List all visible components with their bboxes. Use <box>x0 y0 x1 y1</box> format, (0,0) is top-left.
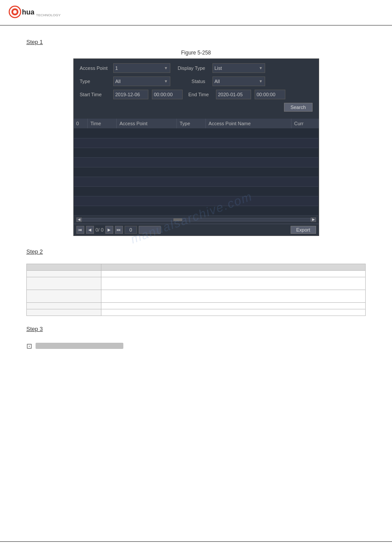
access-point-label: Access Point <box>80 65 110 71</box>
search-row: Search <box>80 103 313 117</box>
end-time-value: 00:00:00 <box>257 92 276 97</box>
end-date-input[interactable]: 2020-01-05 <box>216 90 251 99</box>
table-row <box>74 128 319 138</box>
step2-row-4 <box>27 302 366 309</box>
access-point-row: Access Point 1 ▼ Display Type List ▼ <box>80 63 313 73</box>
col-type: Type <box>177 119 206 128</box>
step2-section: Step 2 <box>26 245 366 316</box>
footer-line <box>0 541 392 542</box>
ui-panel: Access Point 1 ▼ Display Type List ▼ Typ… <box>73 58 319 236</box>
status-arrow: ▼ <box>259 79 263 83</box>
display-type-label: Display Type <box>174 65 209 71</box>
display-type-arrow: ▼ <box>259 66 263 70</box>
step2-value-2 <box>101 277 366 290</box>
table-row <box>74 167 319 177</box>
access-point-select[interactable]: 1 ▼ <box>113 63 170 73</box>
table-row <box>74 148 319 157</box>
status-label: Status <box>174 79 209 84</box>
end-date-value: 2020-01-05 <box>218 92 243 97</box>
display-type-value: List <box>215 65 222 71</box>
access-point-arrow: ▼ <box>164 66 168 70</box>
type-label: Type <box>80 79 110 84</box>
pagination-row: ⏮ ◀ 0/ 0 ▶ ⏭ Export <box>74 224 319 236</box>
step2-header-col2 <box>101 264 366 270</box>
page-info: 0/ 0 <box>96 227 104 232</box>
table-row <box>74 138 319 148</box>
export-button[interactable]: Export <box>291 226 316 234</box>
scroll-right-arrow[interactable]: ▶ <box>311 218 316 222</box>
col-access-point: Access Point <box>117 119 177 128</box>
data-table: 0 Time Access Point Type Access Point Na… <box>74 119 319 216</box>
start-date-input[interactable]: 2019-12-06 <box>113 90 148 99</box>
step3-label: Step 3 <box>26 326 43 332</box>
scroll-track[interactable] <box>82 218 311 221</box>
type-row: Type All ▼ Status All ▼ <box>80 76 313 86</box>
access-point-value: 1 <box>115 65 118 71</box>
step2-label-3 <box>27 290 101 302</box>
step2-value-5 <box>101 309 366 316</box>
step2-table <box>26 264 366 316</box>
note-content <box>36 341 123 349</box>
type-value: All <box>115 79 121 84</box>
start-time-value: 00:00:00 <box>154 92 173 97</box>
step2-label-2 <box>27 277 101 290</box>
step2-header-col1 <box>27 264 101 270</box>
scrollbar-row: ◀ ▶ <box>74 216 319 224</box>
step3-section: Step 3 ⊡ <box>26 322 366 350</box>
col-curr: Curr <box>291 119 318 128</box>
step1-label: Step 1 <box>26 39 43 45</box>
start-time-label: Start Time <box>80 92 110 97</box>
display-type-select[interactable]: List ▼ <box>212 63 265 73</box>
note-icon: ⊡ <box>26 342 32 350</box>
time-row: Start Time 2019-12-06 00:00:00 End Time … <box>80 90 313 99</box>
table-row <box>74 196 319 206</box>
step2-row-5 <box>27 309 366 316</box>
scroll-left-arrow[interactable]: ◀ <box>76 218 82 222</box>
status-select[interactable]: All ▼ <box>212 76 265 86</box>
end-time-label: End Time <box>186 92 212 97</box>
note-text-bar <box>36 343 123 349</box>
step2-row-2 <box>27 277 366 290</box>
prev-page-button[interactable]: ◀ <box>86 226 94 234</box>
step2-value-1 <box>101 270 366 277</box>
last-page-button[interactable]: ⏭ <box>115 226 123 234</box>
step2-label: Step 2 <box>26 248 43 255</box>
step1-section: Step 1 Figure 5-258 Access Point 1 ▼ Dis… <box>26 35 366 236</box>
step2-label-1 <box>27 270 101 277</box>
page-jump-button[interactable] <box>139 226 161 234</box>
step2-value-3 <box>101 290 366 302</box>
start-date-value: 2019-12-06 <box>115 92 140 97</box>
first-page-button[interactable]: ⏮ <box>76 226 84 234</box>
end-time-input[interactable]: 00:00:00 <box>255 90 285 99</box>
form-section: Access Point 1 ▼ Display Type List ▼ Typ… <box>74 59 319 119</box>
next-page-button[interactable]: ▶ <box>105 226 113 234</box>
page-number-input[interactable] <box>125 226 137 234</box>
step2-label-5 <box>27 309 101 316</box>
step2-header-row <box>27 264 366 270</box>
col-access-point-name: Access Point Name <box>206 119 291 128</box>
table-row <box>74 177 319 186</box>
table-row <box>74 157 319 167</box>
main-content: Step 1 Figure 5-258 Access Point 1 ▼ Dis… <box>0 0 392 368</box>
table-row <box>74 206 319 215</box>
col-number: 0 <box>74 119 88 128</box>
status-value: All <box>215 79 220 84</box>
scroll-thumb <box>173 218 182 221</box>
step2-label-4 <box>27 302 101 309</box>
search-button[interactable]: Search <box>284 103 313 112</box>
note-box: ⊡ <box>26 341 366 350</box>
type-select[interactable]: All ▼ <box>113 76 170 86</box>
type-arrow: ▼ <box>164 79 168 83</box>
start-time-input[interactable]: 00:00:00 <box>152 90 183 99</box>
col-time: Time <box>88 119 117 128</box>
step2-row-1 <box>27 270 366 277</box>
table-row <box>74 186 319 196</box>
table-header-row: 0 Time Access Point Type Access Point Na… <box>74 119 319 128</box>
step2-row-3 <box>27 290 366 302</box>
step2-value-4 <box>101 302 366 309</box>
figure-label: Figure 5-258 <box>26 50 366 56</box>
